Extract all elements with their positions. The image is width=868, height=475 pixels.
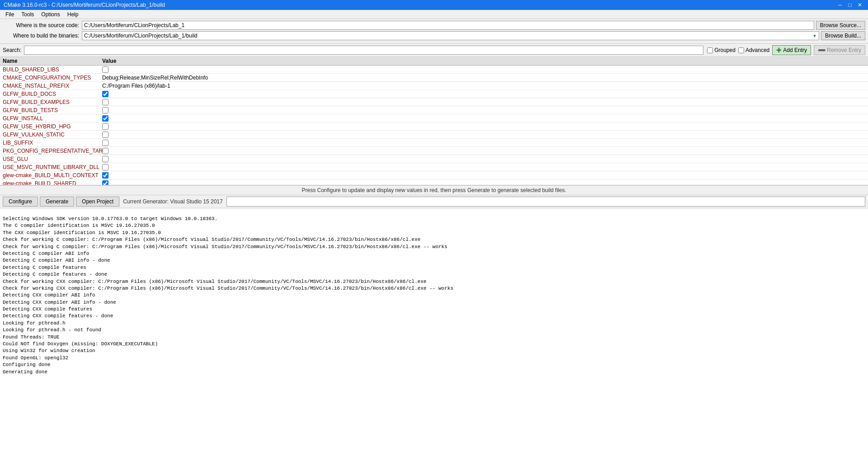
cell-checkbox[interactable] <box>102 172 108 179</box>
cell-value[interactable] <box>102 164 865 170</box>
browse-build-button[interactable]: Browse Build... <box>821 31 865 40</box>
cell-name: glew-cmake_BUILD_MULTI_CONTEXT <box>3 172 102 179</box>
minimize-button[interactable]: ─ <box>835 1 844 9</box>
table-row: GLFW_BUILD_TESTS <box>0 106 868 114</box>
cell-name: GLFW_USE_HYBRID_HPG <box>3 123 102 130</box>
cell-name: USE_GLU <box>3 156 102 162</box>
configure-button[interactable]: Configure <box>3 197 38 207</box>
output-line: Could NOT find Doxygen (missing: DOXYGEN… <box>3 341 865 348</box>
add-entry-label: Add Entry <box>783 47 807 53</box>
cell-name: LIB_SUFFIX <box>3 140 102 146</box>
output-line: Check for working CXX compiler: C:/Progr… <box>3 278 865 285</box>
title-bar: CMake 3.16.0-rc3 - C:/Users/Mortiferum/C… <box>0 0 868 10</box>
cell-value[interactable] <box>102 140 865 146</box>
cell-value[interactable] <box>102 180 865 186</box>
cell-checkbox[interactable] <box>102 148 108 154</box>
menu-file[interactable]: File <box>2 10 18 19</box>
generator-label: Current Generator: Visual Studio 15 2017 <box>123 198 223 205</box>
cell-value[interactable]: Debug;Release;MinSizeRel;RelWithDebInfo <box>102 75 865 81</box>
cell-value[interactable]: C:/Program Files (x86)/lab-1 <box>102 83 865 89</box>
cell-checkbox[interactable] <box>102 164 108 170</box>
output-line: Found Threads: TRUE <box>3 334 865 341</box>
cell-name: CMAKE_CONFIGURATION_TYPES <box>3 75 102 81</box>
cell-value[interactable] <box>102 99 865 105</box>
cell-checkbox[interactable] <box>102 91 108 97</box>
table-row: BUILD_SHARED_LIBS <box>0 66 868 74</box>
table-row: GLFW_BUILD_EXAMPLES <box>0 98 868 106</box>
cell-name: PKG_CONFIG_REPRESENTATIVE_TARGET <box>3 148 102 154</box>
search-label: Search: <box>3 47 21 53</box>
minus-icon: ➖ <box>818 47 826 54</box>
cell-checkbox[interactable] <box>102 180 108 186</box>
table-row: GLFW_BUILD_DOCS <box>0 90 868 98</box>
grouped-checkbox[interactable] <box>707 47 713 53</box>
output-line: Detecting CXX compiler ABI info - done <box>3 299 865 306</box>
cell-name: GLFW_BUILD_DOCS <box>3 91 102 97</box>
output-line: Generating done <box>3 369 865 376</box>
cell-value[interactable] <box>102 132 865 138</box>
cell-checkbox[interactable] <box>102 140 108 146</box>
cell-name: BUILD_SHARED_LIBS <box>3 66 102 73</box>
table-row: CMAKE_CONFIGURATION_TYPESDebug;Release;M… <box>0 74 868 82</box>
remove-entry-label: Remove Entry <box>827 47 861 53</box>
output-line: Detecting C compile features <box>3 264 865 271</box>
table-row: glew-cmake_BUILD_SHARED <box>0 179 868 185</box>
grouped-checkbox-label[interactable]: Grouped <box>707 47 736 53</box>
output-log: Selecting Windows SDK version 10.0.17763… <box>0 208 868 475</box>
cell-value[interactable] <box>102 123 865 130</box>
title-bar-controls: ─ □ ✕ <box>835 1 864 9</box>
open-project-button[interactable]: Open Project <box>76 197 119 207</box>
output-line: Selecting Windows SDK version 10.0.17763… <box>3 216 865 222</box>
output-line: Detecting CXX compile features <box>3 306 865 313</box>
cell-value[interactable] <box>102 91 865 97</box>
bottom-controls: Configure Generate Open Project Current … <box>0 195 868 208</box>
close-button[interactable]: ✕ <box>855 1 864 9</box>
menu-options[interactable]: Options <box>38 10 63 19</box>
maximize-button[interactable]: □ <box>845 1 854 9</box>
table-row: LIB_SUFFIX <box>0 139 868 147</box>
search-input[interactable] <box>24 46 703 55</box>
source-row: Where is the source code: Browse Source.… <box>3 21 865 30</box>
source-input[interactable] <box>82 21 814 30</box>
output-line: Configuring done <box>3 362 865 368</box>
output-line: Detecting CXX compile features - done <box>3 313 865 320</box>
cell-value[interactable] <box>102 172 865 179</box>
table-header: Name Value <box>0 57 868 66</box>
cell-checkbox[interactable] <box>102 115 108 122</box>
progress-bar <box>226 197 865 207</box>
advanced-checkbox-label[interactable]: Advanced <box>738 47 769 53</box>
menu-help[interactable]: Help <box>64 10 82 19</box>
cell-value[interactable] <box>102 156 865 162</box>
add-entry-button[interactable]: ✚ Add Entry <box>772 45 811 55</box>
cell-checkbox[interactable] <box>102 156 108 162</box>
cell-checkbox[interactable] <box>102 123 108 130</box>
cell-name: glew-cmake_BUILD_SHARED <box>3 180 102 186</box>
advanced-label: Advanced <box>745 47 769 53</box>
output-line: Looking for pthread.h <box>3 320 865 327</box>
cell-name: GLFW_VULKAN_STATIC <box>3 132 102 138</box>
table-row: USE_MSVC_RUNTIME_LIBRARY_DLL <box>0 163 868 171</box>
build-label: Where to build the binaries: <box>3 33 82 39</box>
build-path-combo[interactable]: C:/Users/Mortiferum/CLionProjects/Lab_1/… <box>82 31 819 40</box>
menu-tools[interactable]: Tools <box>18 10 38 19</box>
cell-checkbox[interactable] <box>102 132 108 138</box>
cell-checkbox[interactable] <box>102 107 108 113</box>
table-row: GLFW_VULKAN_STATIC <box>0 131 868 139</box>
remove-entry-button[interactable]: ➖ Remove Entry <box>814 45 865 55</box>
cell-checkbox[interactable] <box>102 66 108 73</box>
cell-checkbox[interactable] <box>102 99 108 105</box>
generate-button[interactable]: Generate <box>40 197 74 207</box>
cell-name: CMAKE_INSTALL_PREFIX <box>3 83 102 89</box>
table-row: glew-cmake_BUILD_MULTI_CONTEXT <box>0 171 868 179</box>
cell-value[interactable] <box>102 115 865 122</box>
status-bar: Press Configure to update and display ne… <box>0 185 868 195</box>
cell-name: GLFW_INSTALL <box>3 115 102 122</box>
browse-source-button[interactable]: Browse Source... <box>816 21 865 30</box>
output-line: Looking for pthread.h - not found <box>3 327 865 334</box>
cell-name: USE_MSVC_RUNTIME_LIBRARY_DLL <box>3 164 102 170</box>
cell-value[interactable] <box>102 148 865 154</box>
output-line: Found OpenGL: opengl32 <box>3 355 865 362</box>
advanced-checkbox[interactable] <box>738 47 744 53</box>
cell-value[interactable] <box>102 66 865 73</box>
cell-value[interactable] <box>102 107 865 113</box>
